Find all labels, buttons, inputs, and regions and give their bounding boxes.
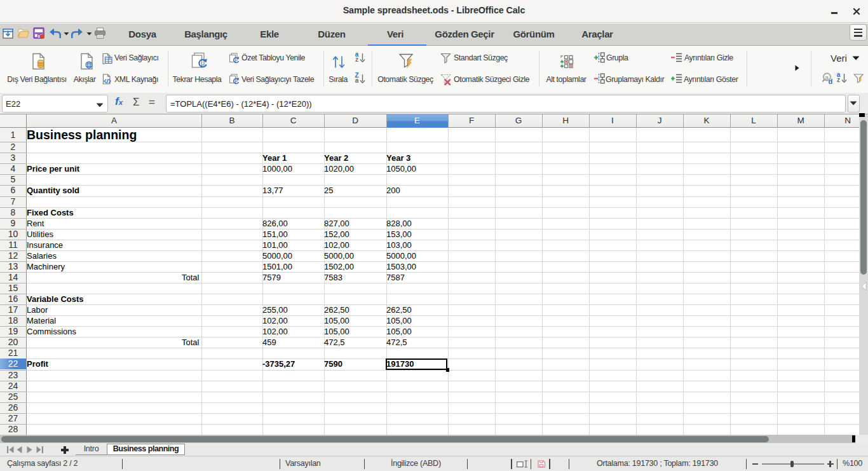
svg-text:d: d xyxy=(829,77,833,85)
